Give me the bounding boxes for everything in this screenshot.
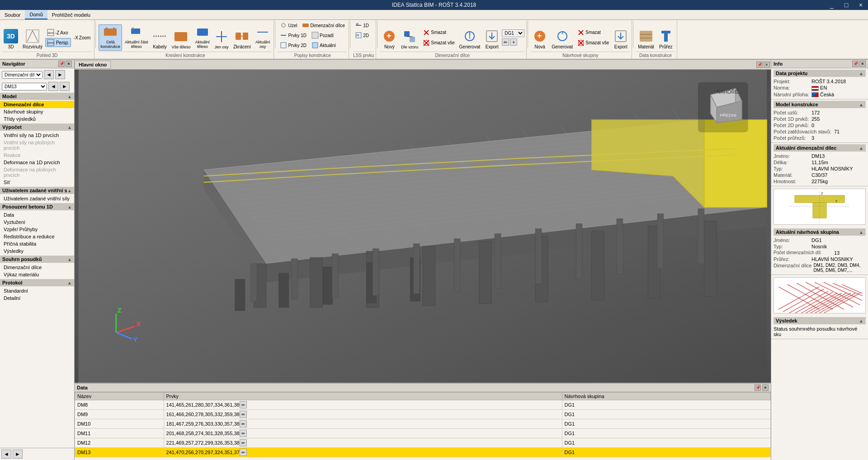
btn-jen-osy[interactable]: Jen osy (212, 24, 231, 51)
edit-row-btn[interactable]: ✏ (240, 411, 247, 418)
col-prvky[interactable]: Prvky (164, 393, 562, 400)
nav-item-detailni[interactable]: Detailní (0, 294, 74, 302)
model-konstrukce-collapse[interactable]: ▲ (859, 102, 863, 107)
nav-item-data[interactable]: Data (0, 211, 74, 218)
navigator-close-btn[interactable]: × (66, 61, 72, 67)
btn-zoom-x[interactable]: -X Zoom (72, 34, 93, 41)
nav-section-model-header[interactable]: Model ▲ (0, 93, 74, 100)
navigator-pin-btn[interactable]: 📌 (58, 61, 65, 67)
nav-item-dimenzacni-dilce[interactable]: Dimenzační dílce (0, 101, 74, 108)
data-panel-close-btn[interactable]: × (762, 384, 769, 391)
menu-soubor[interactable]: Soubor (0, 10, 25, 19)
table-row[interactable]: DM12 221,469,257,272,299,326,353,38✏ DG1 (75, 438, 771, 448)
protokol-collapse-btn[interactable]: ▲ (67, 280, 72, 285)
btn-3d[interactable]: 3D 3D (2, 24, 20, 51)
edit-row-btn[interactable]: ✏ (240, 449, 247, 456)
nav-section-posouzeni-header[interactable]: Posouzení betonu 1D ▲ (0, 203, 74, 210)
nav-section-vypocet-header[interactable]: Výpočet ▲ (0, 123, 74, 131)
btn-pozadi[interactable]: Pozadí (310, 31, 335, 40)
menu-prohlizec[interactable]: Prohlížeč modelu (47, 10, 95, 19)
btn-export-dd[interactable]: Export (483, 24, 501, 51)
add-dg1-btn[interactable]: + (510, 38, 517, 46)
table-row[interactable]: DM11 201,468,258,274,301,328,355,38✏ DG1 (75, 429, 771, 438)
table-row[interactable]: DM10 181,467,259,276,303,330,357,38✏ DG1 (75, 419, 771, 429)
main-window-tab[interactable]: Hlavní okno (75, 61, 111, 69)
aktualni-ns-collapse[interactable]: ▲ (859, 230, 863, 235)
vysledek-collapse[interactable]: ▲ (859, 318, 863, 323)
table-row[interactable]: DM8 141,465,261,280,307,334,361,38✏ DG1 (75, 400, 771, 410)
nav-item-dimenzacni-dilce-s[interactable]: Dimenzační dílce (0, 264, 74, 271)
souhrn-collapse-btn[interactable]: ▲ (67, 257, 72, 262)
btn-lss-1d[interactable]: 1D 1D (353, 21, 371, 30)
table-row[interactable]: DM9 161,466,260,278,305,332,359,38✏ DG1 (75, 410, 771, 419)
table-row[interactable]: DM13 241,470,256,270,297,324,351,37✏ DG1 (75, 448, 771, 457)
vysledek-header[interactable]: Výsledek ▲ (774, 317, 866, 324)
minimize-button[interactable]: _ (825, 0, 839, 10)
nav-item-standardni[interactable]: Standardní (0, 287, 74, 294)
nav-item-redistribuce[interactable]: Redistribuce a redukce (0, 233, 74, 240)
btn-smazat[interactable]: Smazat (421, 28, 456, 37)
nav-item-deformace-1d[interactable]: Deformace na 1D prvcích (0, 159, 74, 166)
info-panel-pin-btn[interactable]: 📌 (852, 61, 859, 67)
nav-item-tridy-vysledku[interactable]: Třídy výsledků (0, 115, 74, 123)
btn-aktualni-cast[interactable]: Aktuální částtěleso (123, 24, 150, 51)
btn-dimenzacni-dlce[interactable]: Dimenzační dílce (300, 21, 347, 30)
edit-row-btn[interactable]: ✏ (240, 430, 247, 437)
viewport-pin-btn[interactable]: 📌 (756, 62, 763, 68)
nav-item-vnitrni-sily-1d[interactable]: Vnitřní síly na 1D prvcích (0, 132, 74, 139)
btn-prvky-1d[interactable]: Prvky 1D (278, 31, 308, 40)
aktualni-ns-header[interactable]: Aktuální návrhová skupina ▲ (774, 228, 866, 236)
btn-aktualni-osy[interactable]: Aktuálníosy (254, 24, 272, 51)
nav-item-vysledky[interactable]: Výsledky (0, 247, 74, 255)
btn-uzel[interactable]: Uzel (278, 21, 299, 30)
btn-generovat-ns[interactable]: Generovat (550, 24, 575, 51)
btn-smazat-ns[interactable]: Smazat (576, 28, 611, 37)
btn-export-ns[interactable]: Export (612, 24, 630, 51)
btn-kabely[interactable]: Kabely (151, 24, 169, 51)
nav-item-uzivatelske-sily[interactable]: Uživatelem zadané vnitřní síly (0, 195, 74, 202)
data-projektu-header[interactable]: Data projektu ▲ (774, 70, 866, 77)
btn-nova[interactable]: + Nová (531, 24, 549, 51)
nav-item-pricna-stabilita[interactable]: Příčná stabilita (0, 240, 74, 247)
aktualni-dd-header[interactable]: Aktuální dimenzační dílec ▲ (774, 144, 866, 152)
nav-item-navrhove-skupiny[interactable]: Návrhové skupiny (0, 108, 74, 115)
model-collapse-btn[interactable]: ▲ (67, 94, 72, 99)
btn-axo[interactable]: axo -Z Axo (45, 28, 71, 37)
nav-item-vyztuzeni[interactable]: Vyztužení (0, 218, 74, 226)
nav-item-vzper-pruhy[interactable]: Vzpěr/ Průhyby (0, 226, 74, 233)
vypocet-collapse-btn[interactable]: ▲ (67, 125, 72, 130)
btn-novy[interactable]: + Nový (380, 24, 398, 51)
nav-prev-btn[interactable]: ◄ (44, 70, 54, 79)
nav-section-protokol-header[interactable]: Protokol ▲ (0, 279, 74, 286)
aktualni-dd-collapse[interactable]: ▲ (859, 146, 863, 151)
data-projektu-collapse[interactable]: ▲ (859, 71, 863, 76)
edit-row-btn[interactable]: ✏ (240, 420, 247, 427)
data-table-scroll[interactable]: Název Prvky Návrhová skupina DM8 141,465… (75, 392, 771, 458)
btn-prvky-2d[interactable]: Prvky 2D (278, 41, 308, 50)
nav-bottom-prev-btn[interactable]: ◄ (1, 450, 11, 459)
btn-cela-konstrukce[interactable]: Celákonstrukce (99, 24, 122, 51)
btn-aktualni[interactable]: Aktuální (310, 41, 338, 50)
btn-dle-vzoru[interactable]: Dle vzoru (399, 24, 420, 51)
data-panel-pin-btn[interactable]: 📌 (755, 384, 761, 391)
maximize-button[interactable]: □ (839, 0, 854, 10)
btn-smazat-vse[interactable]: Smazat vše (421, 38, 456, 47)
nav-bottom-next-btn[interactable]: ► (13, 450, 23, 459)
nav-next-btn[interactable]: ► (55, 70, 65, 79)
btn-smazat-vse-ns[interactable]: Smazat vše (576, 38, 611, 47)
btn-vse-teleso[interactable]: Vše těleso (170, 24, 192, 51)
btn-prurez[interactable]: Průřez (657, 24, 675, 51)
dg1-select[interactable]: DG1 (502, 29, 524, 37)
btn-material[interactable]: Materiál (636, 24, 656, 51)
nav-item-next-btn[interactable]: ► (60, 82, 70, 91)
viewport-close-btn[interactable]: × (764, 62, 770, 68)
nav-section-souhrn-header[interactable]: Souhrn posudků ▲ (0, 256, 74, 263)
btn-rozvinute[interactable]: Rozvinutý (21, 24, 44, 51)
nav-item-sit[interactable]: Síť (0, 179, 74, 186)
edit-row-btn[interactable]: ✏ (240, 401, 247, 408)
posouzeni-collapse-btn[interactable]: ▲ (67, 204, 72, 209)
nav-item-prev-btn[interactable]: ◄ (48, 82, 58, 91)
btn-lss-2d[interactable]: 2D 2D (353, 31, 371, 40)
info-panel-close-btn[interactable]: × (859, 61, 866, 67)
btn-generovat[interactable]: Generovat (458, 24, 482, 51)
